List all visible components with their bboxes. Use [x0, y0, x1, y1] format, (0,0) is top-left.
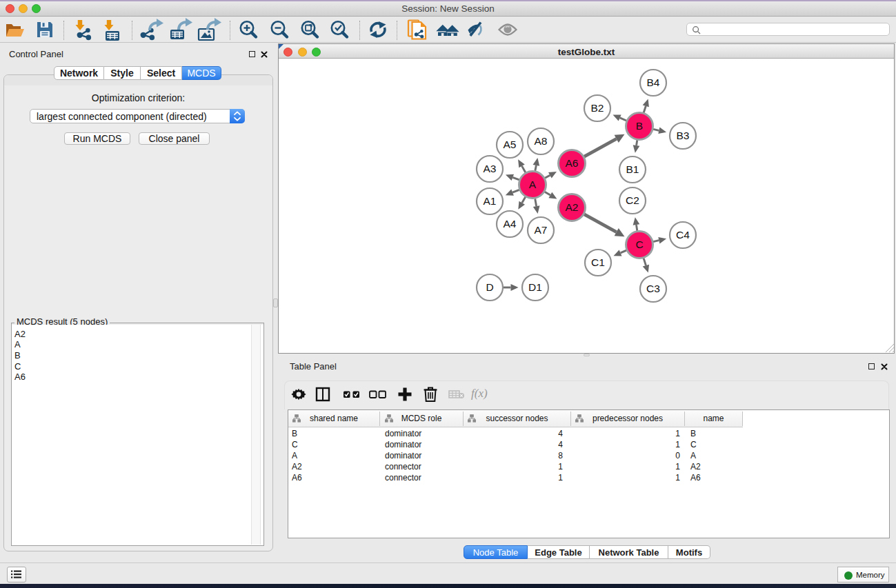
svg-text:B4: B4 — [647, 77, 660, 88]
svg-text:A1: A1 — [484, 195, 497, 207]
svg-text:A2: A2 — [566, 201, 579, 213]
svg-text:C3: C3 — [646, 283, 660, 294]
svg-text:D: D — [486, 281, 493, 293]
svg-text:A: A — [529, 179, 537, 190]
svg-text:C4: C4 — [676, 229, 690, 241]
svg-text:A5: A5 — [504, 139, 517, 150]
svg-text:B1: B1 — [626, 163, 639, 175]
svg-text:B2: B2 — [591, 102, 604, 114]
svg-text:A6: A6 — [566, 157, 579, 169]
svg-text:C2: C2 — [626, 194, 639, 206]
svg-text:C1: C1 — [591, 256, 605, 268]
svg-text:A4: A4 — [504, 218, 517, 230]
svg-text:A7: A7 — [535, 224, 548, 236]
svg-text:D1: D1 — [528, 281, 542, 293]
svg-text:A3: A3 — [484, 163, 497, 174]
svg-text:A8: A8 — [535, 135, 548, 147]
svg-text:B: B — [636, 120, 643, 132]
svg-text:C: C — [635, 239, 643, 250]
svg-text:B3: B3 — [677, 130, 690, 141]
